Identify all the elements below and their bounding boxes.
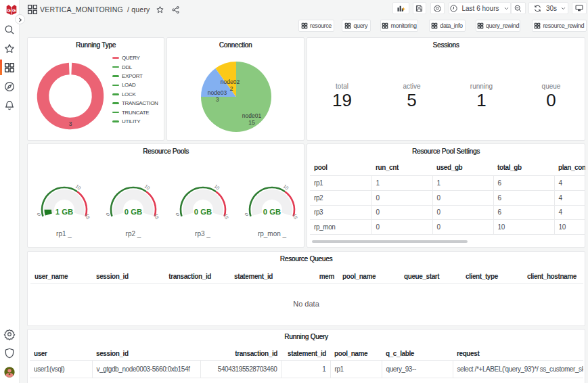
svg-text:3: 3 — [68, 120, 72, 127]
svg-text:node02: node02 — [221, 78, 240, 85]
svg-text:0: 0 — [105, 212, 110, 216]
svg-text:15: 15 — [248, 119, 255, 126]
svg-text:0: 0 — [36, 212, 41, 216]
svg-text:1 GB: 1 GB — [55, 208, 72, 216]
svg-text:10: 10 — [74, 183, 82, 190]
svg-text:15: 15 — [154, 213, 160, 220]
svg-text:node01: node01 — [242, 112, 262, 119]
svg-text:0: 0 — [244, 212, 249, 216]
svg-text:2: 2 — [230, 85, 233, 92]
svg-text:node03: node03 — [208, 89, 227, 96]
svg-text:0 GB: 0 GB — [125, 208, 142, 216]
svg-text:10: 10 — [143, 183, 151, 190]
svg-text:G: G — [7, 8, 11, 13]
svg-text:G: G — [12, 8, 16, 13]
svg-text:0 GB: 0 GB — [263, 208, 281, 216]
svg-text:10: 10 — [213, 183, 221, 190]
svg-text:3: 3 — [216, 96, 219, 103]
svg-text:0 GB: 0 GB — [194, 208, 211, 216]
svg-text:15: 15 — [84, 213, 90, 220]
svg-text:10: 10 — [282, 183, 290, 190]
svg-text:15: 15 — [292, 213, 298, 220]
svg-text:15: 15 — [223, 213, 229, 220]
svg-text:0: 0 — [175, 212, 180, 216]
